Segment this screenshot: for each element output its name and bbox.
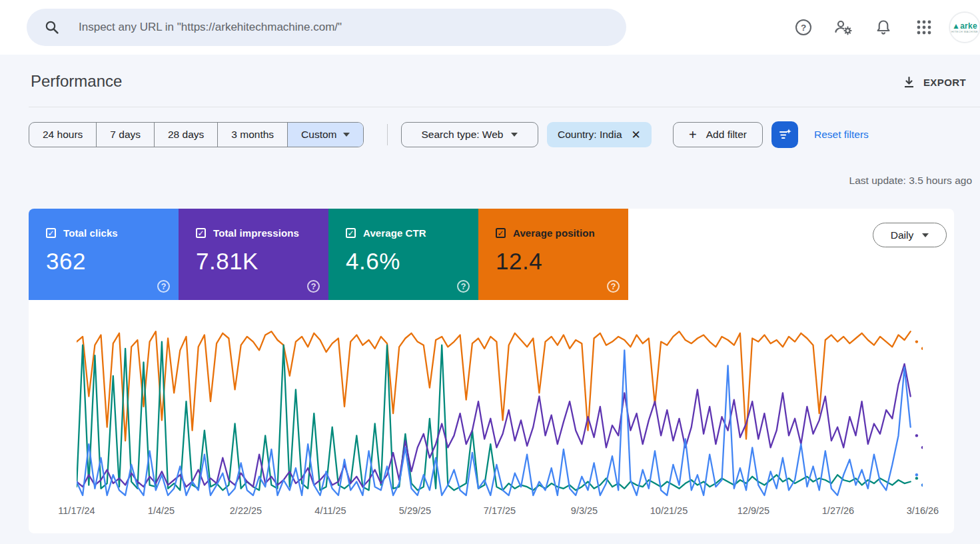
user-settings-icon[interactable] xyxy=(830,14,857,41)
help-icon[interactable]: ? xyxy=(790,14,817,41)
page-title: Performance xyxy=(31,72,122,91)
export-button[interactable]: EXPORT xyxy=(903,71,966,93)
search-type-dropdown[interactable]: Search type: Web xyxy=(401,122,538,147)
filter-sparkle-icon xyxy=(777,127,793,143)
date-range-tabs: 24 hours 7 days 28 days 3 months Custom xyxy=(29,122,364,147)
x-tick-label: 7/17/25 xyxy=(484,505,516,516)
x-axis-labels: 11/17/241/4/252/22/254/11/255/29/257/17/… xyxy=(0,505,980,519)
metric-value: 4.6% xyxy=(346,248,462,275)
country-filter-chip[interactable]: Country: India ✕ xyxy=(547,122,652,147)
metric-card-average-ctr[interactable]: ✓ Average CTR 4.6% ? xyxy=(328,209,478,300)
help-icon[interactable]: ? xyxy=(157,280,170,293)
chevron-down-icon xyxy=(343,133,350,137)
metric-value: 12.4 xyxy=(496,248,612,275)
tab-custom-selected[interactable]: Custom xyxy=(288,123,363,147)
tab-24-hours[interactable]: 24 hours xyxy=(29,123,97,147)
x-tick-label: 12/9/25 xyxy=(737,505,769,516)
help-icon[interactable]: ? xyxy=(457,280,470,293)
metric-card-average-position[interactable]: ✓ Average position 12.4 ? xyxy=(478,209,628,300)
x-tick-label: 1/4/25 xyxy=(148,505,175,516)
x-tick-label: 10/21/25 xyxy=(650,505,688,516)
download-icon xyxy=(903,76,915,89)
url-inspect-search-input[interactable]: Inspect any URL in "https://arkehitechma… xyxy=(27,9,626,46)
account-avatar[interactable]: ▲arke HITECH MACHINE xyxy=(949,12,980,43)
checkbox-checked-icon[interactable]: ✓ xyxy=(496,228,506,238)
top-header: Inspect any URL in "https://arkehitechma… xyxy=(0,0,980,55)
metric-value: 7.81K xyxy=(196,248,312,275)
tab-3-months[interactable]: 3 months xyxy=(218,123,288,147)
apps-grid-icon[interactable] xyxy=(911,14,937,41)
header-divider xyxy=(29,107,980,107)
x-tick-label: 3/16/26 xyxy=(907,505,939,516)
avatar-logo-subtext: HITECH MACHINE xyxy=(951,30,978,33)
checkbox-checked-icon[interactable]: ✓ xyxy=(196,228,206,238)
x-tick-label: 9/3/25 xyxy=(571,505,598,516)
filter-divider xyxy=(387,124,388,145)
smart-filter-button[interactable] xyxy=(771,121,798,148)
search-icon xyxy=(44,19,60,35)
metric-card-total-impressions[interactable]: ✓ Total impressions 7.81K ? xyxy=(179,209,328,300)
x-tick-label: 2/22/25 xyxy=(230,505,262,516)
tab-7-days[interactable]: 7 days xyxy=(97,123,155,147)
chevron-down-icon xyxy=(511,133,518,137)
help-icon[interactable]: ? xyxy=(607,280,620,293)
add-filter-button[interactable]: + Add filter xyxy=(673,122,763,147)
granularity-dropdown[interactable]: Daily xyxy=(873,223,947,247)
metric-value: 362 xyxy=(46,248,163,275)
performance-line-chart[interactable] xyxy=(77,323,923,497)
svg-text:?: ? xyxy=(801,23,806,33)
tab-28-days[interactable]: 28 days xyxy=(155,123,218,147)
help-icon[interactable]: ? xyxy=(307,280,320,293)
x-tick-label: 5/29/25 xyxy=(399,505,431,516)
metric-card-total-clicks[interactable]: ✓ Total clicks 362 ? xyxy=(29,209,179,300)
checkbox-checked-icon[interactable]: ✓ xyxy=(46,228,56,238)
checkbox-checked-icon[interactable]: ✓ xyxy=(346,228,356,238)
search-placeholder: Inspect any URL in "https://arkehitechma… xyxy=(79,21,342,34)
x-tick-label: 1/27/26 xyxy=(822,505,854,516)
x-tick-label: 4/11/25 xyxy=(314,505,346,516)
last-update-text: Last update: 3.5 hours ago xyxy=(849,175,972,187)
notifications-bell-icon[interactable] xyxy=(870,14,897,41)
close-icon[interactable]: ✕ xyxy=(632,128,641,142)
plus-icon: + xyxy=(689,127,697,143)
x-tick-label: 11/17/24 xyxy=(58,505,95,516)
search-console-performance-page: Inspect any URL in "https://arkehitechma… xyxy=(0,0,980,544)
reset-filters-link[interactable]: Reset filters xyxy=(814,122,869,147)
export-label: EXPORT xyxy=(923,77,966,88)
avatar-logo-text: ▲arke xyxy=(952,22,977,30)
chevron-down-icon xyxy=(922,233,929,237)
